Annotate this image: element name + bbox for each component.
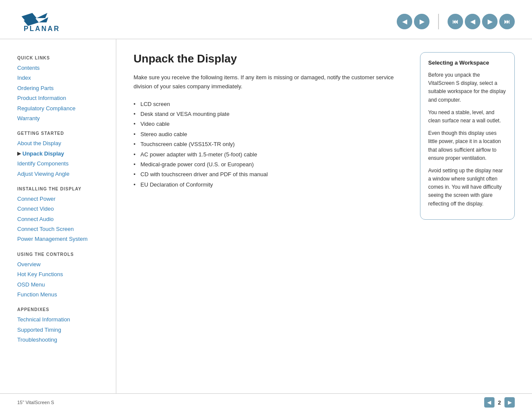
sidebar-link-supported-timing[interactable]: Supported Timing	[17, 325, 107, 335]
next-button[interactable]: ▶	[414, 14, 429, 29]
sidebar-link-function-menus[interactable]: Function Menus	[17, 290, 107, 299]
last-button[interactable]: ⏭	[499, 14, 515, 29]
side-panel-text-1: Before you unpack the VitalScreen S disp…	[428, 71, 507, 104]
sidebar-link-index[interactable]: Index	[17, 73, 107, 83]
sidebar-link-contents[interactable]: Contents	[17, 63, 107, 73]
sidebar-section-quick-links: QUICK LINKS	[17, 56, 107, 60]
planar-logo: PLANAR	[17, 9, 73, 34]
list-item: Stereo audio cable	[134, 129, 407, 139]
sidebar-section-appendixes: APPENDIXES	[17, 307, 107, 312]
list-item: Desk stand or VESA mounting plate	[134, 109, 407, 119]
nav-divider	[438, 14, 439, 29]
logo-area: PLANAR	[17, 9, 73, 34]
main-content: Unpack the Display Make sure you receive…	[134, 52, 407, 380]
sidebar-link-troubleshooting[interactable]: Troubleshooting	[17, 335, 107, 345]
page-title: Unpack the Display	[134, 52, 407, 65]
sidebar-link-unpack-display[interactable]: ▶ Unpack Display	[17, 149, 107, 159]
content-area: Unpack the Display Make sure you receive…	[116, 39, 532, 393]
top-header: PLANAR ◀ ▶ ⏮ ◀ ▶ ⏭	[0, 0, 532, 39]
sidebar-link-technical-info[interactable]: Technical Information	[17, 314, 107, 324]
sidebar-link-connect-audio[interactable]: Connect Audio	[17, 214, 107, 224]
sidebar-link-about-display[interactable]: About the Display	[17, 138, 107, 148]
footer-page-number: 2	[498, 399, 501, 406]
items-list: LCD screen Desk stand or VESA mounting p…	[134, 99, 407, 190]
side-panel-text-4: Avoid setting up the display near a wind…	[428, 167, 507, 208]
nav-buttons: ◀ ▶ ⏮ ◀ ▶ ⏭	[397, 14, 515, 29]
sidebar-link-warranty[interactable]: Warranty	[17, 113, 107, 123]
footer-prev-button[interactable]: ◀	[484, 397, 495, 408]
footer-nav: ◀ 2 ▶	[484, 397, 515, 408]
sidebar-link-product-information[interactable]: Product Information	[17, 93, 107, 103]
prev-button[interactable]: ◀	[397, 14, 412, 29]
list-item: CD with touchscreen driver and PDF of th…	[134, 169, 407, 179]
sidebar-link-connect-power[interactable]: Connect Power	[17, 194, 107, 204]
footer-next-button[interactable]: ▶	[504, 397, 515, 408]
first-last-group: ⏮ ◀ ▶ ⏭	[448, 14, 515, 29]
sidebar: QUICK LINKS Contents Index Ordering Part…	[0, 39, 116, 393]
sidebar-link-osd-menu[interactable]: OSD Menu	[17, 280, 107, 290]
intro-text: Make sure you receive the following item…	[134, 73, 407, 91]
sidebar-link-power-management[interactable]: Power Management System	[17, 234, 107, 244]
list-item: Video cable	[134, 119, 407, 129]
sidebar-link-connect-touch-screen[interactable]: Connect Touch Screen	[17, 224, 107, 234]
sidebar-link-ordering-parts[interactable]: Ordering Parts	[17, 83, 107, 93]
sidebar-link-regulatory-compliance[interactable]: Regulatory Compliance	[17, 103, 107, 113]
svg-text:PLANAR: PLANAR	[24, 25, 60, 32]
prev-next-group: ◀ ▶	[397, 14, 429, 29]
sidebar-link-adjust-viewing-angle[interactable]: Adjust Viewing Angle	[17, 169, 107, 179]
prev2-button[interactable]: ◀	[465, 14, 480, 29]
list-item: Touchscreen cable (VSS15X-TR only)	[134, 139, 407, 149]
svg-marker-1	[37, 13, 47, 18]
footer-product-name: 15" VitalScreen S	[17, 400, 54, 405]
sidebar-link-hot-key[interactable]: Hot Key Functions	[17, 269, 107, 279]
main-layout: QUICK LINKS Contents Index Ordering Part…	[0, 39, 532, 393]
next2-button[interactable]: ▶	[482, 14, 498, 29]
sidebar-link-overview[interactable]: Overview	[17, 259, 107, 269]
side-panel-title: Selecting a Workspace	[428, 59, 507, 66]
sidebar-link-identify-components[interactable]: Identify Components	[17, 159, 107, 168]
page-container: PLANAR ◀ ▶ ⏮ ◀ ▶ ⏭ QUICK LINKS Contents …	[0, 0, 532, 411]
sidebar-section-controls: USING THE CONTROLS	[17, 252, 107, 257]
active-arrow: ▶	[17, 149, 21, 158]
page-footer: 15" VitalScreen S ◀ 2 ▶	[0, 393, 532, 411]
sidebar-link-connect-video[interactable]: Connect Video	[17, 204, 107, 214]
side-panel: Selecting a Workspace Before you unpack …	[420, 52, 515, 220]
side-panel-text-2: You need a stable, level, and clean surf…	[428, 109, 507, 125]
list-item: EU Declaration of Conformity	[134, 180, 407, 190]
list-item: LCD screen	[134, 99, 407, 109]
sidebar-section-installing: INSTALLING THE DISPLAY	[17, 187, 107, 191]
first-button[interactable]: ⏮	[448, 14, 463, 29]
sidebar-section-getting-started: GETTING STARTED	[17, 131, 107, 136]
list-item: Medical-grade power cord (U.S. or Europe…	[134, 159, 407, 169]
list-item: AC power adapter with 1.5-meter (5-foot)…	[134, 149, 407, 159]
side-panel-text-3: Even though this display uses little pow…	[428, 129, 507, 162]
